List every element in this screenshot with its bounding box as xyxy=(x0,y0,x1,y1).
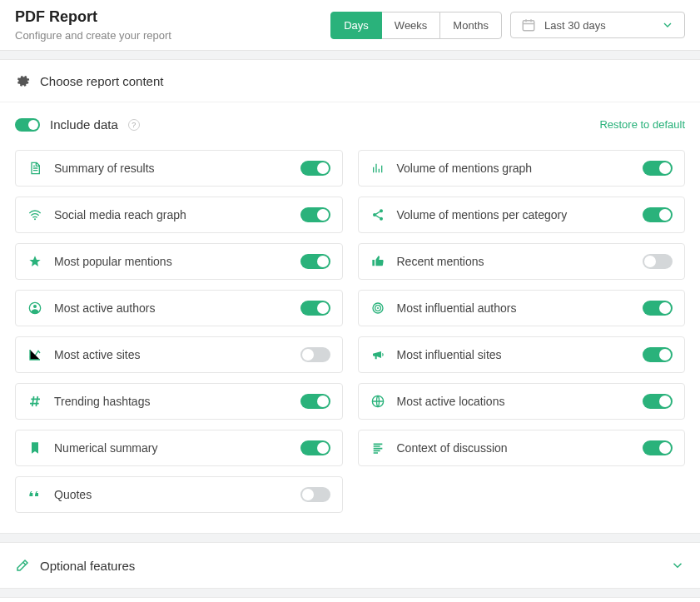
report-content-panel: Choose report content Include data ? Res… xyxy=(0,59,700,534)
help-icon[interactable]: ? xyxy=(128,119,140,131)
option-row: Quotes xyxy=(15,476,343,513)
header-controls: Days Weeks Months Last 30 days xyxy=(330,12,685,39)
option-row: Volume of mentions per category xyxy=(358,197,686,233)
period-days-button[interactable]: Days xyxy=(330,12,382,39)
option-toggle[interactable] xyxy=(300,440,330,455)
option-toggle[interactable] xyxy=(300,347,330,362)
wifi-icon xyxy=(27,208,42,221)
option-label: Volume of mentions per category xyxy=(397,208,632,221)
file-icon xyxy=(27,162,42,175)
gear-icon xyxy=(15,73,30,88)
bar-chart-icon xyxy=(370,162,385,175)
optional-features-header[interactable]: Optional features xyxy=(0,543,700,588)
include-data-label: Include data xyxy=(50,117,118,132)
bookmark-icon xyxy=(27,441,42,455)
option-row: Numerical summary xyxy=(15,430,343,466)
share-icon xyxy=(370,208,385,221)
user-circle-icon xyxy=(27,301,42,315)
option-row: Social media reach graph xyxy=(15,197,343,233)
option-label: Social media reach graph xyxy=(54,208,289,221)
line-chart-icon xyxy=(27,348,42,361)
option-toggle[interactable] xyxy=(300,254,330,269)
chevron-down-icon xyxy=(661,18,674,32)
option-label: Most influential authors xyxy=(397,301,632,315)
header-bar: PDF Report Configure and create your rep… xyxy=(0,0,700,51)
hash-icon xyxy=(27,395,42,408)
option-row: Context of discussion xyxy=(358,430,686,466)
option-row: Volume of mentions graph xyxy=(358,150,686,187)
option-row: Recent mentions xyxy=(358,243,686,280)
option-label: Context of discussion xyxy=(397,441,632,455)
page-title: PDF Report xyxy=(15,8,171,26)
period-segmented: Days Weeks Months xyxy=(330,12,502,39)
option-toggle[interactable] xyxy=(643,394,673,409)
optional-features-panel: Optional features xyxy=(0,542,700,589)
include-row: Include data ? Restore to default xyxy=(0,102,700,140)
option-label: Most active sites xyxy=(54,348,289,361)
quote-icon xyxy=(27,488,42,501)
option-row: Most popular mentions xyxy=(15,243,343,280)
option-toggle[interactable] xyxy=(300,487,330,502)
option-toggle[interactable] xyxy=(643,301,673,316)
option-toggle[interactable] xyxy=(643,207,673,222)
period-months-button[interactable]: Months xyxy=(439,12,502,39)
panel-title: Choose report content xyxy=(40,74,163,88)
option-label: Recent mentions xyxy=(397,255,632,268)
option-toggle[interactable] xyxy=(300,207,330,222)
option-label: Numerical summary xyxy=(54,441,289,455)
date-range-picker[interactable]: Last 30 days xyxy=(510,12,685,38)
option-label: Summary of results xyxy=(54,162,289,175)
option-row: Trending hashtags xyxy=(15,383,343,420)
include-data-toggle[interactable] xyxy=(15,118,40,132)
option-row: Most active sites xyxy=(15,336,343,373)
option-toggle[interactable] xyxy=(643,440,673,455)
option-toggle[interactable] xyxy=(643,347,673,362)
option-toggle[interactable] xyxy=(643,254,673,269)
align-icon xyxy=(370,441,385,455)
period-weeks-button[interactable]: Weeks xyxy=(381,12,441,39)
option-label: Most active authors xyxy=(54,301,289,315)
thumb-up-icon xyxy=(370,255,385,268)
option-row: Most active locations xyxy=(358,383,686,420)
date-range-label: Last 30 days xyxy=(544,19,606,32)
chevron-down-icon xyxy=(670,558,685,573)
target-icon xyxy=(370,301,385,315)
footer-bar: Back to Mentions Generate report xyxy=(0,597,700,602)
option-label: Most active locations xyxy=(397,395,632,408)
option-label: Most influential sites xyxy=(397,348,632,361)
option-label: Trending hashtags xyxy=(54,395,289,408)
options-grid: Summary of resultsVolume of mentions gra… xyxy=(0,140,700,533)
page-subtitle: Configure and create your report xyxy=(15,29,171,42)
option-label: Volume of mentions graph xyxy=(397,162,632,175)
option-toggle[interactable] xyxy=(643,161,673,176)
option-row: Most influential sites xyxy=(358,336,686,373)
option-toggle[interactable] xyxy=(300,161,330,176)
restore-default-link[interactable]: Restore to default xyxy=(599,118,685,131)
globe-icon xyxy=(370,395,385,408)
edit-icon xyxy=(15,558,30,573)
option-label: Quotes xyxy=(54,488,289,501)
megaphone-icon xyxy=(370,348,385,361)
title-block: PDF Report Configure and create your rep… xyxy=(15,8,171,42)
option-row: Most influential authors xyxy=(358,290,686,326)
option-row: Most active authors xyxy=(15,290,343,326)
option-toggle[interactable] xyxy=(300,394,330,409)
option-toggle[interactable] xyxy=(300,301,330,316)
star-icon xyxy=(27,255,42,268)
panel-header: Choose report content xyxy=(0,60,700,102)
optional-features-title: Optional features xyxy=(40,559,135,573)
calendar-icon xyxy=(521,17,536,32)
option-label: Most popular mentions xyxy=(54,255,289,268)
option-row: Summary of results xyxy=(15,150,343,187)
